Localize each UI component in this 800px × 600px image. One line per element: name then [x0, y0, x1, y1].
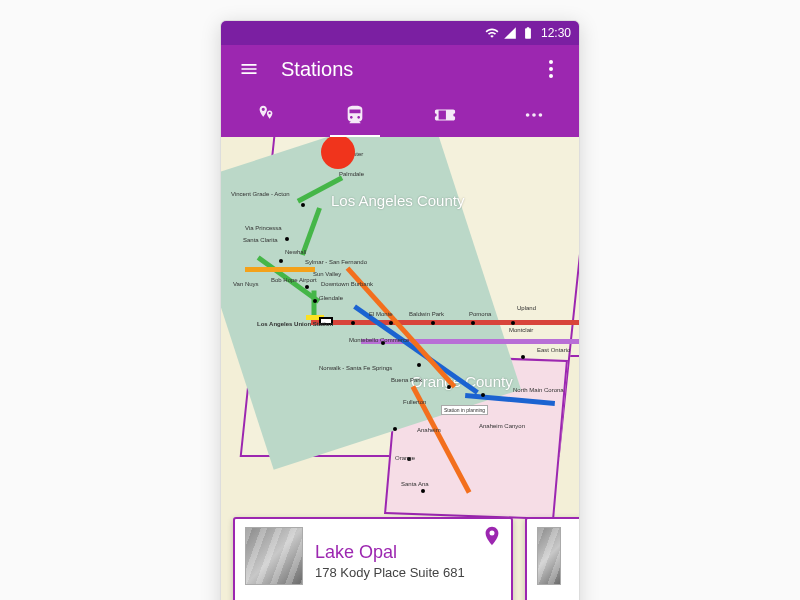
station-dot[interactable] — [521, 355, 525, 359]
station-label: Glendale — [319, 295, 343, 301]
station-label: Sylmar - San Fernando — [305, 259, 367, 265]
android-status-bar: 12:30 — [221, 21, 579, 45]
battery-icon — [521, 26, 535, 40]
station-card-strip[interactable]: Lake Opal 178 Kody Place Suite 681 — [233, 517, 579, 600]
station-label: Upland — [517, 305, 536, 311]
station-dot[interactable] — [393, 427, 397, 431]
station-card[interactable]: Lake Opal 178 Kody Place Suite 681 — [233, 517, 513, 600]
station-label: Downtown Burbank — [321, 281, 373, 287]
station-thumbnail — [245, 527, 303, 585]
station-dot[interactable] — [301, 203, 305, 207]
location-pin-icon[interactable] — [481, 525, 503, 547]
station-label: Sun Valley — [313, 271, 341, 277]
transit-map[interactable]: Los Angeles County Orange County — [221, 137, 579, 600]
station-dot[interactable] — [389, 321, 393, 325]
tab-bar — [221, 93, 579, 137]
overflow-icon — [549, 60, 553, 78]
station-dot[interactable] — [417, 363, 421, 367]
station-label: Montclair — [509, 327, 533, 333]
ticket-icon — [434, 104, 456, 126]
station-dot[interactable] — [279, 259, 283, 263]
station-label: Station in planning — [441, 405, 488, 415]
station-thumbnail — [537, 527, 561, 585]
station-dot[interactable] — [313, 299, 317, 303]
station-card-name: Lake Opal — [315, 542, 465, 563]
station-dot[interactable] — [351, 321, 355, 325]
station-label: Montebello Commerce — [349, 337, 409, 343]
station-dot[interactable] — [431, 321, 435, 325]
svg-point-1 — [532, 113, 536, 117]
tab-tickets[interactable] — [400, 93, 490, 137]
station-dot[interactable] — [285, 237, 289, 241]
station-label: Pomona — [469, 311, 491, 317]
more-horiz-icon — [523, 104, 545, 126]
station-label: El Monte — [369, 311, 393, 317]
station-dot[interactable] — [511, 321, 515, 325]
overflow-menu-button[interactable] — [531, 49, 571, 89]
station-label: Vincent Grade - Acton — [231, 191, 290, 197]
pin-double-icon — [255, 104, 277, 126]
station-label: Van Nuys — [233, 281, 259, 287]
station-dot[interactable] — [305, 285, 309, 289]
label-la-county: Los Angeles County — [331, 192, 464, 209]
station-label: Newhall — [285, 249, 306, 255]
tab-more[interactable] — [490, 93, 580, 137]
station-dot[interactable] — [421, 489, 425, 493]
station-label: Bob Hope Airport — [271, 277, 317, 283]
cell-signal-icon — [503, 26, 517, 40]
svg-point-0 — [526, 113, 530, 117]
tab-nearby[interactable] — [221, 93, 311, 137]
station-label: Baldwin Park — [409, 311, 444, 317]
menu-button[interactable] — [229, 49, 269, 89]
station-label: East Ontario — [537, 347, 570, 353]
station-dot[interactable] — [481, 393, 485, 397]
station-label: Palmdale — [339, 171, 364, 177]
station-label: Anaheim — [417, 427, 441, 433]
station-label: Santa Ana — [401, 481, 429, 487]
station-dot[interactable] — [447, 385, 451, 389]
tab-stations[interactable] — [311, 93, 401, 137]
app-bar: Stations — [221, 45, 579, 137]
wifi-icon — [485, 26, 499, 40]
station-dot[interactable] — [471, 321, 475, 325]
station-label: Norwalk - Santa Fe Springs — [319, 365, 392, 371]
page-title: Stations — [281, 58, 353, 81]
hamburger-icon — [239, 59, 259, 79]
statusbar-time: 12:30 — [541, 26, 571, 40]
station-label: Anaheim Canyon — [479, 423, 525, 429]
svg-point-2 — [539, 113, 543, 117]
station-label: North Main Corona — [513, 387, 564, 393]
station-card-address: 178 Kody Place Suite 681 — [315, 565, 465, 580]
station-label: Via Princessa — [245, 225, 282, 231]
station-label: Fullerton — [403, 399, 426, 405]
station-label: Buena Park — [391, 377, 422, 383]
device-frame: 12:30 Stations — [220, 20, 580, 600]
station-label: Orange — [395, 455, 415, 461]
station-label: Santa Clarita — [243, 237, 278, 243]
station-card-next[interactable] — [525, 517, 579, 600]
train-icon — [344, 104, 366, 126]
station-label: Los Angeles Union Station — [257, 321, 333, 327]
rail-line-yellow — [245, 267, 315, 272]
